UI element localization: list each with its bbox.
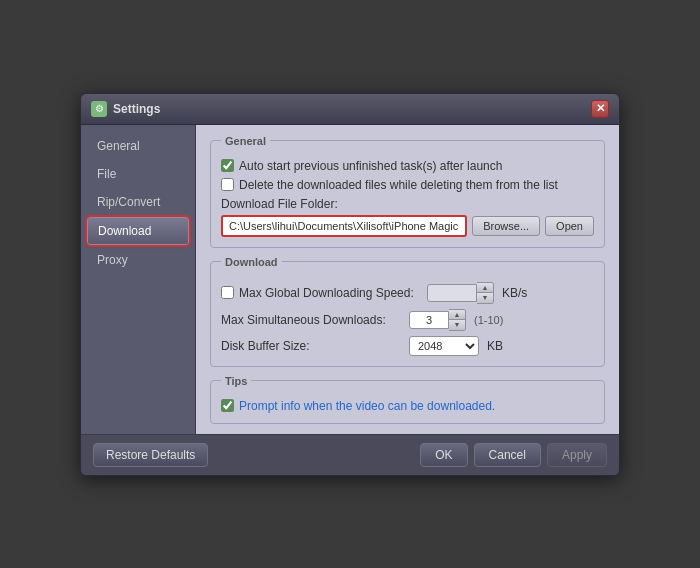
close-button[interactable]: ✕ xyxy=(591,100,609,118)
download-section: Download Max Global Downloading Speed: ▲… xyxy=(210,256,605,367)
browse-button[interactable]: Browse... xyxy=(472,216,540,236)
sidebar: General File Rip/Convert Download Proxy xyxy=(81,125,196,434)
sidebar-item-rip-convert[interactable]: Rip/Convert xyxy=(87,189,189,215)
auto-start-row: Auto start previous unfinished task(s) a… xyxy=(221,159,594,173)
folder-path-input[interactable] xyxy=(221,215,467,237)
cancel-button[interactable]: Cancel xyxy=(474,443,541,467)
window-title: Settings xyxy=(113,102,160,116)
max-simultaneous-spinner: ▲ ▼ xyxy=(409,309,466,331)
max-global-row: Max Global Downloading Speed: ▲ ▼ KB/s xyxy=(221,282,594,304)
apply-button[interactable]: Apply xyxy=(547,443,607,467)
delete-files-row: Delete the downloaded files while deleti… xyxy=(221,178,594,192)
sidebar-item-download[interactable]: Download xyxy=(87,217,189,245)
sidebar-item-file[interactable]: File xyxy=(87,161,189,187)
max-simultaneous-spinner-buttons: ▲ ▼ xyxy=(449,309,466,331)
folder-input-row: Browse... Open xyxy=(221,215,594,237)
max-global-checkbox[interactable] xyxy=(221,286,234,299)
download-section-content: Max Global Downloading Speed: ▲ ▼ KB/s xyxy=(221,282,594,356)
ok-button[interactable]: OK xyxy=(420,443,467,467)
sidebar-item-proxy[interactable]: Proxy xyxy=(87,247,189,273)
main-content: General Auto start previous unfinished t… xyxy=(196,125,619,434)
max-simultaneous-up[interactable]: ▲ xyxy=(449,310,465,320)
max-global-unit: KB/s xyxy=(502,286,527,300)
delete-files-checkbox[interactable] xyxy=(221,178,234,191)
dialog-body: General File Rip/Convert Download Proxy … xyxy=(81,125,619,434)
title-bar-left: ⚙ Settings xyxy=(91,101,160,117)
settings-dialog: ⚙ Settings ✕ General File Rip/Convert Do… xyxy=(80,93,620,476)
max-global-down[interactable]: ▼ xyxy=(477,293,493,303)
max-global-spinner-buttons: ▲ ▼ xyxy=(477,282,494,304)
auto-start-checkbox[interactable] xyxy=(221,159,234,172)
app-icon: ⚙ xyxy=(91,101,107,117)
open-button[interactable]: Open xyxy=(545,216,594,236)
general-legend: General xyxy=(221,135,270,147)
restore-defaults-button[interactable]: Restore Defaults xyxy=(93,443,208,467)
auto-start-label: Auto start previous unfinished task(s) a… xyxy=(239,159,502,173)
prompt-label: Prompt info when the video can be downlo… xyxy=(239,399,495,413)
folder-row: Download File Folder: Browse... Open xyxy=(221,197,594,237)
disk-buffer-unit: KB xyxy=(487,339,503,353)
title-bar: ⚙ Settings ✕ xyxy=(81,94,619,125)
download-legend: Download xyxy=(221,256,282,268)
sidebar-item-general[interactable]: General xyxy=(87,133,189,159)
tips-section: Tips Prompt info when the video can be d… xyxy=(210,375,605,424)
disk-buffer-label: Disk Buffer Size: xyxy=(221,339,401,353)
disk-buffer-row: Disk Buffer Size: 2048 1024 512 4096 KB xyxy=(221,336,594,356)
max-simultaneous-row: Max Simultaneous Downloads: ▲ ▼ (1-10) xyxy=(221,309,594,331)
max-global-spinner: ▲ ▼ xyxy=(427,282,494,304)
max-global-up[interactable]: ▲ xyxy=(477,283,493,293)
bottom-right-buttons: OK Cancel Apply xyxy=(420,443,607,467)
tips-section-content: Prompt info when the video can be downlo… xyxy=(221,399,594,413)
folder-label: Download File Folder: xyxy=(221,197,594,211)
delete-files-label: Delete the downloaded files while deleti… xyxy=(239,178,558,192)
prompt-checkbox[interactable] xyxy=(221,399,234,412)
general-section: General Auto start previous unfinished t… xyxy=(210,135,605,248)
max-global-value[interactable] xyxy=(427,284,477,302)
max-global-label: Max Global Downloading Speed: xyxy=(239,286,419,300)
max-simultaneous-range: (1-10) xyxy=(474,314,503,326)
max-simultaneous-value[interactable] xyxy=(409,311,449,329)
bottom-bar: Restore Defaults OK Cancel Apply xyxy=(81,434,619,475)
max-simultaneous-label: Max Simultaneous Downloads: xyxy=(221,313,401,327)
prompt-row: Prompt info when the video can be downlo… xyxy=(221,399,594,413)
max-simultaneous-down[interactable]: ▼ xyxy=(449,320,465,330)
disk-buffer-select[interactable]: 2048 1024 512 4096 xyxy=(409,336,479,356)
general-section-content: Auto start previous unfinished task(s) a… xyxy=(221,159,594,237)
tips-legend: Tips xyxy=(221,375,251,387)
